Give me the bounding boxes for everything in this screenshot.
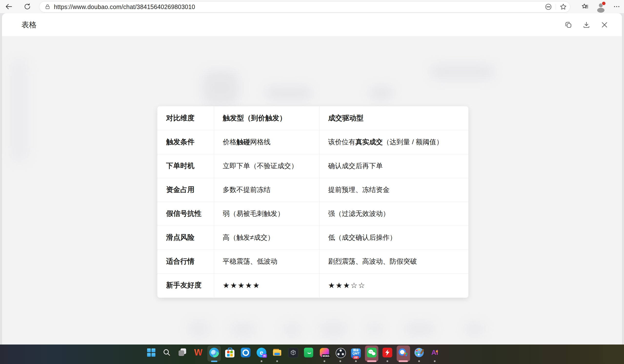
browser-ai-icon: eAI — [257, 348, 266, 357]
start-button[interactable] — [144, 345, 158, 364]
running-indicator — [324, 360, 325, 362]
table-row: 适合行情 平稳震荡、低波动 剧烈震荡、高波动、防假突破 — [157, 250, 468, 273]
ai-logo-icon: Ai — [431, 347, 438, 358]
edge-icon — [209, 348, 219, 357]
table-row: 假信号抗性 弱（易被毛刺触发） 强（过滤无效波动） — [157, 202, 468, 226]
table-cell: 该价位有真实成交（达到量 / 额阈值） — [328, 130, 460, 154]
collections-icon[interactable] — [580, 2, 590, 11]
row-label: 适合行情 — [166, 250, 214, 273]
outlook-icon — [241, 348, 251, 357]
table-preview-modal: 表格 — [2, 13, 622, 364]
running-indicator — [276, 360, 278, 362]
comparison-table: 对比维度 触发型（到价触发） 成交驱动型 触发条件 价格触碰网格线 该价位有真实… — [157, 106, 468, 298]
table-row: 下单时机 立即下单（不验证成交） 确认成交后再下单 — [157, 154, 468, 178]
table-cell: 立即下单（不验证成交） — [223, 154, 319, 178]
store-icon — [225, 347, 235, 358]
lock-icon — [45, 4, 51, 10]
table-cell: 低（成交确认后操作） — [328, 226, 460, 250]
close-icon[interactable] — [599, 20, 609, 30]
lightning-icon — [383, 348, 392, 357]
address-bar[interactable]: https://www.doubao.com/chat/384156402698… — [39, 1, 570, 12]
app-game-launcher[interactable] — [286, 345, 300, 364]
row-label: 下单时机 — [166, 154, 214, 178]
blurred-content-blob — [187, 320, 210, 338]
vip-ribbon: VIP — [353, 356, 359, 359]
obs-icon — [336, 348, 346, 358]
windows-logo-icon — [147, 348, 156, 357]
folder-icon — [272, 347, 282, 358]
app-green-store[interactable] — [302, 345, 315, 364]
m365-badge: M365 — [322, 354, 330, 358]
pinned-apps: W eAI — [144, 345, 442, 364]
back-icon[interactable] — [4, 2, 14, 11]
app-wecom[interactable] — [397, 345, 410, 364]
ai-badge: AI — [262, 354, 267, 358]
app-ai-browser[interactable]: eAI — [255, 345, 268, 364]
wechat-icon — [367, 348, 377, 357]
table-cell: 强（过滤无效波动） — [328, 202, 460, 226]
modal-content: 对比维度 触发型（到价触发） 成交驱动型 触发条件 价格触碰网格线 该价位有真实… — [2, 37, 622, 364]
circled-dots-icon[interactable] — [544, 2, 553, 12]
table-cell: 剧烈震荡、高波动、防假突破 — [328, 250, 460, 273]
header-cell: 成交驱动型 — [328, 106, 460, 130]
blurred-content-blob — [404, 322, 435, 337]
palette-icon — [415, 348, 424, 357]
copy-icon[interactable] — [564, 20, 573, 30]
app-wechat[interactable] — [365, 345, 378, 364]
task-view-icon — [178, 347, 188, 358]
task-view-button[interactable] — [176, 345, 189, 364]
app-outlook[interactable] — [239, 345, 253, 364]
row-label: 触发条件 — [166, 130, 214, 154]
divider — [556, 4, 556, 10]
table-header-row: 对比维度 触发型（到价触发） 成交驱动型 — [157, 106, 468, 130]
download-icon[interactable] — [582, 20, 591, 30]
table-row: 触发条件 价格触碰网格线 该价位有真实成交（达到量 / 额阈值） — [157, 130, 468, 154]
blurred-content-blob — [9, 58, 29, 163]
notification-dot — [601, 1, 606, 6]
app-wps-office[interactable]: W — [192, 345, 205, 364]
table-cell: 价格触碰网格线 — [223, 130, 319, 154]
settings-menu-icon[interactable] — [612, 2, 622, 11]
running-indicator — [418, 360, 420, 362]
wps-icon: W — [193, 347, 204, 358]
row-label: 滑点风险 — [166, 226, 214, 250]
blurred-content-blob — [319, 321, 347, 337]
app-obs-studio[interactable] — [334, 345, 347, 364]
blurred-content-blob — [430, 65, 495, 79]
qmt-icon: 国金 QMT VIP — [351, 348, 361, 358]
blurred-content-blob — [230, 322, 256, 337]
app-edge[interactable] — [207, 345, 221, 364]
running-indicator — [355, 360, 357, 362]
table-cell: 高（触发≠成交） — [223, 226, 319, 250]
app-ai-assistant[interactable]: Ai — [428, 345, 442, 364]
app-guojin-qmt[interactable]: 国金 QMT VIP — [349, 345, 363, 364]
running-indicator — [339, 360, 341, 362]
blurred-content-blob — [203, 71, 239, 105]
search-icon — [162, 347, 172, 358]
blurred-content-blob — [283, 322, 301, 337]
blurred-content-blob — [464, 322, 485, 336]
table-cell: 弱（易被毛刺触发） — [223, 202, 319, 226]
table-row: 资金占用 多数不提前冻结 提前预埋、冻结资金 — [157, 178, 468, 202]
rating-stars: ★★★☆☆ — [328, 273, 460, 297]
table-cell: 确认成交后再下单 — [328, 154, 460, 178]
app-file-explorer[interactable] — [271, 345, 284, 364]
favorite-star-icon[interactable] — [558, 2, 568, 12]
table-cell: 平稳震荡、低波动 — [223, 250, 319, 273]
smile-bag-icon — [304, 348, 313, 357]
table-cell: 提前预埋、冻结资金 — [328, 178, 460, 202]
running-indicator — [434, 360, 436, 362]
app-flash-trading[interactable] — [381, 345, 394, 364]
taskbar: 4 W — [0, 344, 624, 364]
modal-title: 表格 — [22, 20, 37, 30]
table-row: 新手友好度 ★★★★★ ★★★☆☆ — [157, 273, 468, 297]
app-microsoft-store[interactable] — [223, 345, 237, 364]
profile-avatar[interactable] — [596, 2, 605, 11]
blurred-content-blob — [265, 87, 312, 100]
app-paint[interactable] — [412, 345, 426, 364]
m365-copilot-icon: M365 — [320, 348, 329, 357]
wecom-icon — [398, 347, 408, 358]
search-button[interactable] — [160, 345, 174, 364]
refresh-icon[interactable] — [23, 2, 32, 11]
app-m365-copilot[interactable]: M365 — [318, 345, 331, 364]
